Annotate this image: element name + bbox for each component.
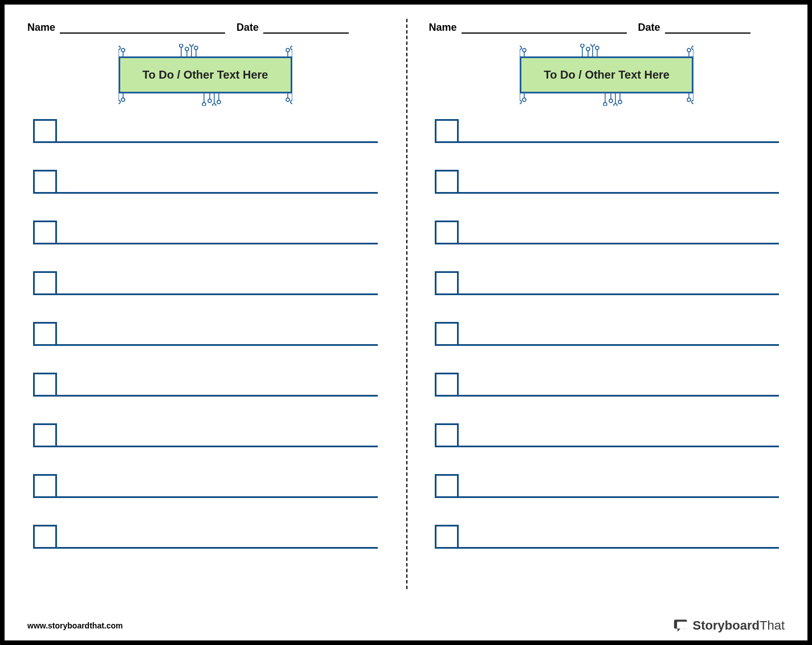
list-item (33, 373, 378, 397)
list-item (33, 423, 378, 447)
item-list-left (27, 119, 383, 549)
svg-point-52 (523, 98, 526, 101)
svg-point-40 (586, 47, 590, 51)
item-input-line[interactable] (57, 170, 378, 194)
checkbox[interactable] (33, 373, 57, 397)
brand-logo: StoryboardThat (674, 618, 785, 634)
item-input-line[interactable] (57, 525, 378, 549)
checkbox[interactable] (33, 221, 57, 244)
checkbox[interactable] (435, 170, 459, 194)
item-input-line[interactable] (57, 474, 378, 498)
item-input-line[interactable] (459, 170, 780, 194)
checkbox[interactable] (435, 322, 459, 346)
brand-main: Storyboard (693, 618, 760, 632)
item-input-line[interactable] (57, 322, 378, 346)
svg-point-64 (692, 100, 693, 104)
speech-bubble-icon (674, 618, 689, 634)
svg-point-42 (591, 44, 594, 46)
checkbox[interactable] (33, 474, 57, 498)
date-input-line[interactable] (263, 23, 349, 34)
checkbox[interactable] (33, 170, 57, 194)
list-item (435, 271, 780, 295)
worksheet-page: Name Date (0, 0, 812, 645)
svg-point-38 (581, 44, 584, 47)
list-item (33, 170, 378, 194)
checkbox[interactable] (33, 525, 57, 549)
svg-point-46 (687, 48, 691, 52)
checkbox[interactable] (435, 525, 459, 549)
svg-point-50 (520, 100, 521, 104)
circuit-decoration-bottom-icon (119, 93, 292, 106)
footer-url: www.storyboardthat.com (27, 621, 123, 630)
name-input-line[interactable] (60, 23, 225, 34)
item-input-line[interactable] (459, 373, 780, 397)
item-input-line[interactable] (459, 474, 780, 498)
list-item (435, 119, 780, 143)
svg-point-26 (213, 104, 216, 106)
item-input-line[interactable] (57, 423, 378, 447)
item-input-line[interactable] (57, 271, 378, 295)
circuit-decoration-top-icon (119, 44, 292, 56)
item-input-line[interactable] (57, 221, 378, 244)
title-text[interactable]: To Do / Other Text Here (119, 56, 292, 93)
date-field: Date (638, 22, 750, 34)
item-input-line[interactable] (459, 119, 780, 143)
circuit-decoration-bottom-icon (520, 93, 693, 106)
item-input-line[interactable] (459, 271, 780, 295)
svg-point-9 (190, 44, 193, 46)
title-box: To Do / Other Text Here (520, 56, 693, 93)
name-input-line[interactable] (462, 23, 627, 34)
checkbox[interactable] (435, 119, 459, 143)
list-item (33, 271, 378, 295)
list-item (435, 423, 780, 447)
list-item (33, 322, 378, 346)
svg-point-32 (291, 100, 292, 104)
svg-point-60 (618, 100, 622, 104)
svg-point-20 (121, 98, 125, 101)
list-item (435, 373, 780, 397)
checkbox[interactable] (33, 423, 57, 447)
date-label: Date (638, 22, 660, 34)
list-item (33, 119, 378, 143)
item-input-line[interactable] (459, 423, 780, 447)
list-item (435, 474, 780, 498)
svg-point-1 (119, 46, 120, 50)
date-input-line[interactable] (665, 23, 750, 34)
checkbox[interactable] (33, 271, 57, 295)
brand-sub: That (760, 618, 785, 632)
header-row: Name Date (27, 22, 383, 34)
list-item (435, 221, 780, 244)
svg-point-44 (595, 46, 599, 50)
checkbox[interactable] (435, 373, 459, 397)
item-input-line[interactable] (459, 322, 780, 346)
name-field: Name (27, 22, 225, 34)
item-input-line[interactable] (459, 221, 780, 244)
title-box: To Do / Other Text Here (119, 56, 292, 93)
list-item (33, 221, 378, 244)
checkbox[interactable] (33, 119, 57, 143)
item-input-line[interactable] (57, 119, 378, 143)
circuit-decoration-top-icon (520, 44, 693, 56)
svg-point-7 (185, 47, 189, 51)
checkbox[interactable] (33, 322, 57, 346)
title-text[interactable]: To Do / Other Text Here (520, 56, 693, 93)
svg-point-15 (291, 46, 292, 50)
svg-point-28 (217, 100, 221, 104)
checkbox[interactable] (435, 271, 459, 295)
checkbox[interactable] (435, 423, 459, 447)
item-input-line[interactable] (459, 525, 780, 549)
name-label: Name (429, 22, 457, 34)
svg-point-3 (121, 48, 125, 52)
svg-point-22 (202, 103, 206, 106)
checkbox[interactable] (435, 474, 459, 498)
name-label: Name (27, 22, 55, 34)
header-row: Name Date (429, 22, 785, 34)
checkbox[interactable] (435, 221, 459, 244)
svg-point-58 (614, 104, 617, 106)
svg-point-34 (520, 46, 521, 50)
list-item (435, 322, 780, 346)
panel-right: Name Date (406, 5, 808, 640)
item-input-line[interactable] (57, 373, 378, 397)
list-item (33, 525, 378, 549)
list-item (33, 474, 378, 498)
